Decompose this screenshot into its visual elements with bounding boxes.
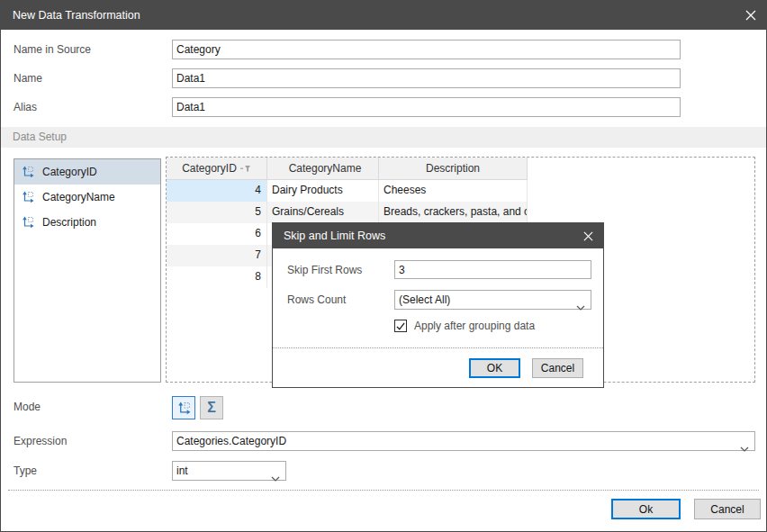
skip-first-rows-label: Skip First Rows [287,260,362,280]
close-button[interactable] [735,1,766,30]
dimension-icon [22,191,34,203]
footer-separator [8,490,759,491]
skip-and-limit-rows-dialog: Skip and Limit Rows Skip First Rows Rows… [272,222,604,388]
close-icon [745,10,756,21]
dialog-title: New Data Transformation [13,9,140,22]
mode-dimension-button[interactable] [172,396,195,419]
dialog-titlebar: New Data Transformation [1,1,766,30]
field-list-item-label: CategoryID [42,166,97,178]
expression-label: Expression [14,431,67,451]
apply-after-grouping-label: Apply after grouping data [414,316,535,336]
grid-header-row: CategoryID CategoryName Description [167,158,754,180]
grid-cell-categoryid[interactable]: 4 [167,180,267,202]
type-select[interactable]: int [172,461,286,481]
dimension-icon [177,401,191,415]
close-icon [583,231,593,241]
name-input[interactable] [172,68,681,88]
apply-after-grouping-checkbox[interactable] [394,320,407,332]
field-list: CategoryID CategoryName Description [14,158,161,383]
type-label: Type [14,461,37,481]
chevron-down-icon[interactable] [271,469,280,487]
field-list-item-categoryname[interactable]: CategoryName [14,185,160,210]
grid-header-description[interactable]: Description [379,158,528,180]
field-list-item-description[interactable]: Description [14,210,160,235]
grid-cell-description[interactable]: Breads, crackers, pasta, and cereal [379,202,528,223]
grid-header-categoryid[interactable]: CategoryID [167,158,267,180]
dimension-icon [22,216,34,229]
alias-label: Alias [14,97,37,117]
modal-footer-separator [273,347,603,348]
mode-aggregate-button[interactable]: Σ [200,396,223,419]
modal-cancel-button[interactable]: Cancel [532,358,583,378]
mode-label: Mode [14,397,41,417]
grid-cell-categoryid[interactable]: 7 [167,245,267,266]
skip-first-rows-input[interactable] [394,260,591,279]
name-label: Name [14,68,42,88]
grid-cell-categoryid[interactable]: 5 [167,202,267,223]
alias-input[interactable] [172,97,681,117]
field-list-item-label: CategoryName [42,191,115,203]
modal-ok-button[interactable]: OK [469,358,520,378]
grid-cell-categoryname[interactable]: Dairy Products [267,180,379,202]
dimension-icon [22,166,34,178]
chevron-down-icon[interactable] [740,439,749,457]
new-data-transformation-dialog: New Data Transformation Name in Source N… [0,0,767,532]
chevron-down-icon[interactable] [576,298,585,316]
expression-input[interactable]: Categories.CategoryID [172,431,755,451]
grid-cell-categoryid[interactable]: 6 [167,223,267,245]
modal-titlebar: Skip and Limit Rows [273,223,603,248]
cancel-button[interactable]: Cancel [694,499,761,519]
rows-count-select[interactable]: (Select All) [394,290,591,310]
checkmark-icon [396,322,405,330]
ok-button[interactable]: Ok [611,499,681,519]
grid-cell-categoryname[interactable]: Grains/Cereals [267,202,379,223]
grid-header-categoryname[interactable]: CategoryName [267,158,379,180]
rows-count-label: Rows Count [287,290,346,310]
grid-cell-description[interactable]: Cheeses [379,180,528,202]
sort-filter-icon [240,165,251,173]
modal-close-button[interactable] [573,223,603,248]
grid-cell-categoryid[interactable]: 8 [167,266,267,288]
name-in-source-input[interactable] [172,40,681,59]
grid-row[interactable]: 4 Dairy Products Cheeses [167,180,754,202]
field-list-item-label: Description [42,216,96,229]
data-setup-section-header: Data Setup [1,127,766,148]
name-in-source-label: Name in Source [14,40,91,59]
modal-title: Skip and Limit Rows [284,230,385,242]
field-list-item-categoryid[interactable]: CategoryID [14,159,160,185]
sigma-icon: Σ [207,401,216,415]
grid-row[interactable]: 5 Grains/Cereals Breads, crackers, pasta… [167,202,754,223]
